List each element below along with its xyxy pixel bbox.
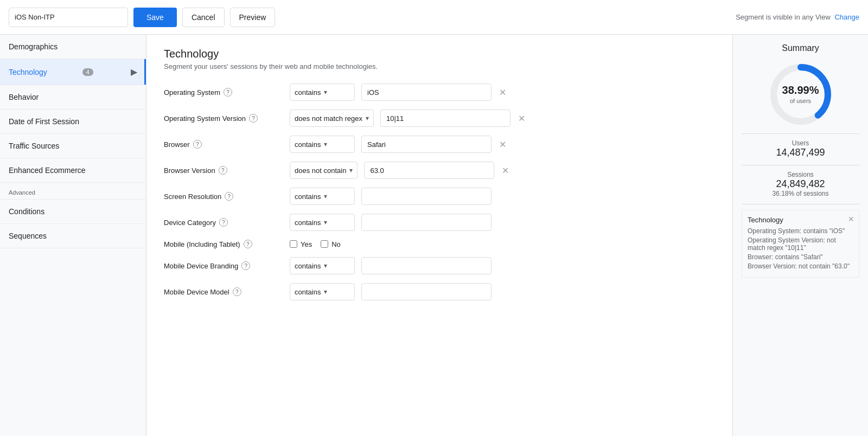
checkbox-yes-input-mobile-including-tablet[interactable] xyxy=(290,240,297,248)
donut-of-label: of users xyxy=(790,98,811,104)
filter-value-mobile-device-model: contains xyxy=(295,288,321,296)
filter-input-browser[interactable] xyxy=(361,136,492,153)
checkbox-group-mobile-including-tablet: Yes No xyxy=(290,240,341,248)
filter-select-operating-system-version[interactable]: does not match regex▾ xyxy=(290,110,374,127)
filter-input-device-category[interactable] xyxy=(361,214,492,231)
filter-select-operating-system[interactable]: contains▾ xyxy=(290,84,355,101)
tech-close-icon[interactable]: ✕ xyxy=(848,215,854,223)
filter-input-screen-resolution[interactable] xyxy=(361,188,492,205)
form-label-operating-system: Operating System? xyxy=(164,88,283,97)
summary-divider-1 xyxy=(742,133,859,134)
sidebar-item-enhanced-ecommerce[interactable]: Enhanced Ecommerce xyxy=(0,158,146,183)
filter-select-browser-version[interactable]: does not contain▾ xyxy=(290,162,358,179)
dropdown-arrow-screen-resolution: ▾ xyxy=(324,193,327,200)
sidebar-item-label-demographics: Demographics xyxy=(9,42,58,51)
help-icon-operating-system[interactable]: ? xyxy=(224,88,232,97)
clear-icon-browser-version[interactable]: ✕ xyxy=(502,165,509,176)
dropdown-arrow-browser: ▾ xyxy=(324,140,327,148)
sidebar-item-conditions[interactable]: Conditions xyxy=(0,200,146,224)
help-icon-mobile-including-tablet[interactable]: ? xyxy=(244,240,252,248)
help-icon-screen-resolution[interactable]: ? xyxy=(225,192,233,201)
sidebar-item-technology[interactable]: Technology4▶ xyxy=(0,59,146,85)
dropdown-arrow-mobile-device-model: ▾ xyxy=(324,288,327,296)
donut-text: 38.99% of users xyxy=(782,84,819,105)
checkbox-no-input-mobile-including-tablet[interactable] xyxy=(321,240,328,248)
form-row-mobile-device-model: Mobile Device Model?contains▾ xyxy=(164,283,715,300)
tech-line: Operating System: contains "iOS" xyxy=(748,227,853,235)
save-button[interactable]: Save xyxy=(133,8,177,27)
summary-divider-2 xyxy=(742,165,859,165)
filter-input-mobile-device-branding[interactable] xyxy=(361,257,492,274)
help-icon-mobile-device-model[interactable]: ? xyxy=(233,287,241,296)
checkbox-no-mobile-including-tablet[interactable]: No xyxy=(321,240,341,248)
sessions-label: Sessions xyxy=(742,171,859,178)
sidebar-item-demographics[interactable]: Demographics xyxy=(0,35,146,59)
cancel-button[interactable]: Cancel xyxy=(182,8,225,27)
form-label-screen-resolution: Screen Resolution? xyxy=(164,192,283,201)
donut-percentage: 38.99% xyxy=(782,84,819,97)
users-label: Users xyxy=(742,139,859,147)
checkbox-yes-mobile-including-tablet[interactable]: Yes xyxy=(290,240,312,248)
tech-line: Operating System Version: not match rege… xyxy=(748,236,853,252)
form-label-browser: Browser? xyxy=(164,140,283,149)
form-label-mobile-device-model: Mobile Device Model? xyxy=(164,287,283,296)
filter-input-operating-system[interactable] xyxy=(361,84,492,101)
sidebar-item-label-enhanced-ecommerce: Enhanced Ecommerce xyxy=(9,166,86,175)
form-fields: Operating System?contains▾✕Operating Sys… xyxy=(164,84,715,300)
summary-panel: Summary 38.99% of users Users 14,487,499… xyxy=(732,35,868,436)
tech-lines: Operating System: contains "iOS"Operatin… xyxy=(748,227,853,270)
help-icon-operating-system-version[interactable]: ? xyxy=(249,114,258,123)
help-icon-browser-version[interactable]: ? xyxy=(219,166,227,175)
form-row-browser: Browser?contains▾✕ xyxy=(164,136,715,153)
filter-input-operating-system-version[interactable] xyxy=(380,110,510,127)
filter-select-mobile-device-model[interactable]: contains▾ xyxy=(290,283,355,300)
content-area: Technology Segment your users' sessions … xyxy=(146,35,732,436)
form-row-operating-system-version: Operating System Version?does not match … xyxy=(164,110,715,127)
filter-select-browser[interactable]: contains▾ xyxy=(290,136,355,153)
summary-users: Users 14,487,499 xyxy=(742,139,859,158)
summary-divider-3 xyxy=(742,204,859,204)
change-link[interactable]: Change xyxy=(834,13,859,21)
clear-icon-browser[interactable]: ✕ xyxy=(499,139,506,150)
sidebar-regular-items: DemographicsTechnology4▶BehaviorDate of … xyxy=(0,35,146,183)
preview-button[interactable]: Preview xyxy=(230,8,276,27)
visibility-text: Segment is visible in any View xyxy=(736,13,831,21)
sidebar-item-label-technology: Technology xyxy=(9,68,47,76)
tech-line: Browser Version: not contain "63.0" xyxy=(748,262,853,270)
segment-name-input[interactable] xyxy=(9,8,128,27)
form-row-mobile-including-tablet: Mobile (Including Tablet)? Yes No xyxy=(164,240,715,248)
main-layout: DemographicsTechnology4▶BehaviorDate of … xyxy=(0,35,868,436)
form-row-browser-version: Browser Version?does not contain▾✕ xyxy=(164,162,715,179)
help-icon-device-category[interactable]: ? xyxy=(219,218,228,227)
sidebar-advanced-items: ConditionsSequences xyxy=(0,200,146,248)
donut-container: 38.99% of users xyxy=(742,62,859,127)
dropdown-arrow-operating-system: ▾ xyxy=(324,88,327,96)
filter-value-browser-version: does not contain xyxy=(295,166,346,175)
dropdown-arrow-browser-version: ▾ xyxy=(349,166,353,174)
filter-input-mobile-device-model[interactable] xyxy=(361,283,492,300)
help-icon-browser[interactable]: ? xyxy=(193,140,202,149)
filter-value-mobile-device-branding: contains xyxy=(295,262,321,270)
sidebar-item-behavior[interactable]: Behavior xyxy=(0,85,146,110)
help-icon-mobile-device-branding[interactable]: ? xyxy=(241,261,250,270)
sidebar-item-traffic-sources[interactable]: Traffic Sources xyxy=(0,134,146,158)
form-row-operating-system: Operating System?contains▾✕ xyxy=(164,84,715,101)
filter-select-mobile-device-branding[interactable]: contains▾ xyxy=(290,257,355,274)
clear-icon-operating-system-version[interactable]: ✕ xyxy=(518,113,525,124)
top-bar: Save Cancel Preview Segment is visible i… xyxy=(0,0,868,35)
filter-input-browser-version[interactable] xyxy=(364,162,494,179)
dropdown-arrow-mobile-device-branding: ▾ xyxy=(324,262,327,270)
clear-icon-operating-system[interactable]: ✕ xyxy=(499,87,506,98)
summary-sessions: Sessions 24,849,482 36.18% of sessions xyxy=(742,171,859,197)
chevron-right-icon: ▶ xyxy=(131,67,137,77)
filter-select-device-category[interactable]: contains▾ xyxy=(290,214,355,231)
tech-summary-title: Technology xyxy=(748,216,853,224)
sidebar-advanced-label: Advanced xyxy=(0,183,146,200)
filter-select-screen-resolution[interactable]: contains▾ xyxy=(290,188,355,205)
sidebar-item-date-of-first-session[interactable]: Date of First Session xyxy=(0,110,146,134)
users-value: 14,487,499 xyxy=(742,147,859,158)
donut-chart: 38.99% of users xyxy=(768,62,833,127)
form-label-mobile-device-branding: Mobile Device Branding? xyxy=(164,261,283,270)
form-label-device-category: Device Category? xyxy=(164,218,283,227)
sidebar-item-sequences[interactable]: Sequences xyxy=(0,224,146,248)
